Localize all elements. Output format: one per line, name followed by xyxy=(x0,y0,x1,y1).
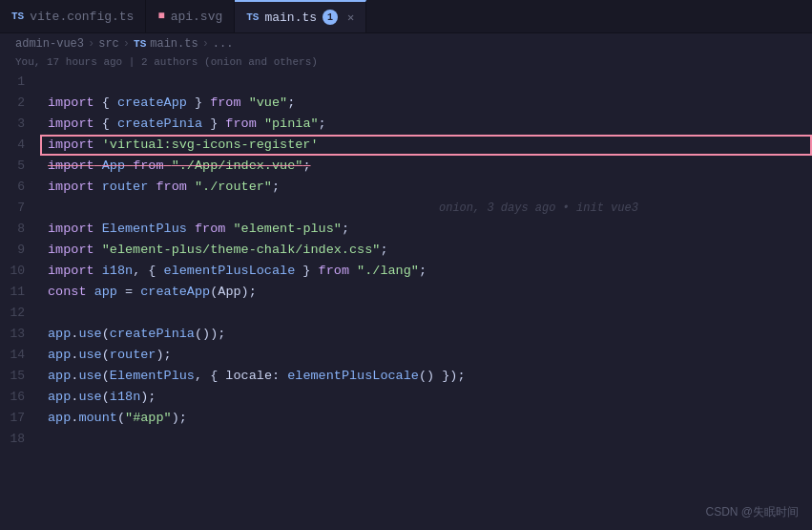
breadcrumb-file: main.ts xyxy=(150,37,198,51)
breadcrumb-ts-icon: TS xyxy=(134,38,146,50)
token-kw: from xyxy=(210,95,240,110)
token-plain: ( xyxy=(102,390,110,404)
token-plain xyxy=(94,159,102,173)
line-content: app.use(i18n); xyxy=(40,387,812,408)
token-fn: app xyxy=(48,327,71,341)
token-kw: from xyxy=(319,264,349,278)
token-kw: from xyxy=(225,117,256,131)
token-var: App xyxy=(218,285,240,299)
token-str: "#app" xyxy=(125,411,172,425)
line-number: 2 xyxy=(0,93,40,114)
token-plain: , { xyxy=(133,264,163,278)
tab-api-svg[interactable]: ■ api.svg xyxy=(146,0,235,32)
token-kw: from xyxy=(195,222,225,236)
token-str: "element-plus" xyxy=(233,222,341,236)
line-number: 7 xyxy=(0,198,40,219)
tab-label: main.ts xyxy=(264,11,317,25)
file-icon: ■ xyxy=(157,10,164,23)
token-plain xyxy=(87,285,94,299)
token-plain: } xyxy=(187,95,210,110)
token-fn: createPinia xyxy=(117,117,202,131)
line-content: const app = createApp(App); xyxy=(40,282,812,303)
token-plain: ; xyxy=(287,95,295,110)
token-plain xyxy=(349,264,357,278)
editor-container: TS vite.config.ts ■ api.svg TS main.ts 1… xyxy=(0,0,812,530)
token-plain: ; xyxy=(419,264,427,278)
token-method: use xyxy=(78,348,101,362)
line-content: import App from "./App/index.vue"; xyxy=(40,156,812,177)
code-line: 2import { createApp } from "vue"; xyxy=(0,93,812,114)
line-number: 14 xyxy=(0,345,40,366)
token-plain: ; xyxy=(342,222,349,236)
token-fn: elementPlusLocale xyxy=(164,264,296,278)
token-fn: createPinia xyxy=(110,327,195,341)
code-line: 17app.mount("#app"); xyxy=(0,408,812,429)
code-line: 4import 'virtual:svg-icons-register' xyxy=(0,135,812,156)
token-plain: ); xyxy=(156,348,171,362)
code-line: 13app.use(createPinia()); xyxy=(0,324,812,345)
code-line: 12 xyxy=(0,303,812,324)
line-number: 5 xyxy=(0,156,40,177)
token-plain: { xyxy=(94,117,117,131)
line-number: 16 xyxy=(0,387,40,408)
token-plain xyxy=(94,138,102,152)
token-fn: app xyxy=(48,390,71,404)
token-plain: ( xyxy=(117,411,125,425)
token-str: "element-plus/theme-chalk/index.css" xyxy=(102,243,381,257)
token-plain xyxy=(125,159,133,173)
code-line: 3import { createPinia } from "pinia"; xyxy=(0,114,812,135)
breadcrumb: admin-vue3 › src › TS main.ts › ... xyxy=(0,33,812,54)
tab-vite-config[interactable]: TS vite.config.ts xyxy=(0,0,146,32)
code-line: 5import App from "./App/index.vue"; xyxy=(0,156,812,177)
line-number: 18 xyxy=(0,429,40,450)
token-plain: ; xyxy=(302,159,310,173)
ts-icon: TS xyxy=(11,11,24,22)
token-kw: import xyxy=(48,138,94,152)
token-kw: import xyxy=(48,180,94,194)
code-line: 18 xyxy=(0,429,812,450)
line-content: import ElementPlus from "element-plus"; xyxy=(40,219,812,240)
token-plain: } xyxy=(202,117,225,131)
code-line: 9import "element-plus/theme-chalk/index.… xyxy=(0,240,812,261)
unsaved-badge: 1 xyxy=(323,10,338,25)
token-kw: from xyxy=(133,159,163,173)
token-str: "./App/index.vue" xyxy=(172,159,303,173)
token-plain: { xyxy=(94,95,117,110)
git-blame-text: You, 17 hours ago | 2 authors (onion and… xyxy=(15,56,318,68)
token-fn: app xyxy=(94,285,117,299)
token-str: "vue" xyxy=(249,95,288,110)
git-blame-info: You, 17 hours ago | 2 authors (onion and… xyxy=(0,54,812,72)
code-line: 8import ElementPlus from "element-plus"; xyxy=(0,219,812,240)
token-fn: ElementPlus xyxy=(102,222,187,236)
token-plain: ( xyxy=(102,348,110,362)
line-number: 9 xyxy=(0,240,40,261)
close-icon[interactable]: ✕ xyxy=(347,11,354,25)
inline-blame: onion, 3 days ago • init vue3 xyxy=(439,198,638,219)
token-plain: } xyxy=(295,264,318,278)
code-line: 7onion, 3 days ago • init vue3 xyxy=(0,198,812,219)
tab-main-ts[interactable]: TS main.ts 1 ✕ xyxy=(235,0,366,32)
code-line: 16app.use(i18n); xyxy=(0,387,812,408)
token-fn: i18n xyxy=(102,264,133,278)
line-content: app.use(ElementPlus, { locale: elementPl… xyxy=(40,366,812,387)
token-kw: import xyxy=(48,95,94,110)
token-plain xyxy=(187,222,195,236)
code-line: 1 xyxy=(0,72,812,93)
line-number: 13 xyxy=(0,324,40,345)
tab-label: api.svg xyxy=(171,10,223,24)
line-number: 10 xyxy=(0,261,40,282)
line-number: 12 xyxy=(0,303,40,324)
token-kw: const xyxy=(48,285,87,299)
code-line: 10import i18n, { elementPlusLocale } fro… xyxy=(0,261,812,282)
token-method: use xyxy=(78,327,101,341)
line-content: import { createPinia } from "pinia"; xyxy=(40,114,812,135)
token-import-virtual: 'virtual:svg-icons-register' xyxy=(102,138,319,152)
tab-bar: TS vite.config.ts ■ api.svg TS main.ts 1… xyxy=(0,0,812,33)
code-line: 14app.use(router); xyxy=(0,345,812,366)
line-number: 6 xyxy=(0,177,40,198)
token-fn: createApp xyxy=(140,285,210,299)
token-fn: createApp xyxy=(117,95,187,110)
token-plain: ); xyxy=(140,390,156,404)
token-plain: ( xyxy=(102,369,110,383)
token-fn: ElementPlus xyxy=(110,369,195,383)
